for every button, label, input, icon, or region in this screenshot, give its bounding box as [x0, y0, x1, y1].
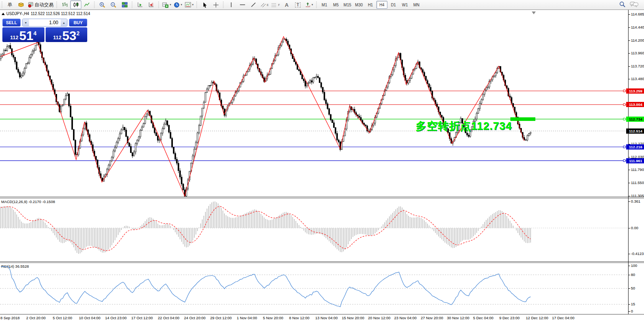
sell-price-big: 51 — [19, 30, 34, 42]
volume-increase-button[interactable]: ▲ — [61, 19, 67, 26]
price-axis-tick-label: 114.200 — [631, 38, 644, 42]
market-watch-button[interactable] — [15, 0, 27, 9]
candlestick-chart-button[interactable] — [70, 0, 81, 9]
chart-shift-marker[interactable] — [532, 12, 536, 14]
crosshair-button[interactable] — [210, 0, 221, 9]
macd-axis-tick-label: 0.361 — [631, 199, 640, 203]
toolbar-grip[interactable] — [196, 2, 198, 8]
price-axis-tick — [629, 79, 630, 79]
dropdown-caret-icon: ▾ — [181, 3, 182, 6]
clock-icon — [174, 2, 180, 8]
time-axis-label: 30 Nov 12:00 — [447, 316, 470, 320]
price-axis-tick-label: 113.720 — [631, 64, 644, 68]
time-axis-label: 24 Oct 20:00 — [184, 316, 205, 320]
text-tool-button[interactable]: A — [281, 0, 292, 9]
timeframe-button-m1[interactable]: M1 — [319, 1, 330, 9]
time-axis[interactable]: 8 Sep 20182 Oct 20:005 Oct 12:0010 Oct 0… — [0, 314, 644, 322]
text-label-tool-button[interactable]: T — [292, 0, 303, 9]
trendline-tool-button[interactable] — [248, 0, 259, 9]
volume-value[interactable]: 1.00 — [29, 19, 61, 26]
time-axis-label: 5 Oct 12:00 — [53, 316, 72, 320]
zigzag-line[interactable] — [1, 36, 524, 196]
buy-price-display[interactable]: 112 53 2 — [46, 27, 88, 42]
timeframe-button-w1[interactable]: W1 — [399, 1, 410, 9]
buy-button[interactable]: BUY — [69, 19, 87, 27]
add-indicator-icon — [162, 2, 169, 8]
indicators-button[interactable]: ▾ — [161, 0, 172, 9]
bar-chart-button[interactable] — [59, 0, 70, 9]
tile-windows-icon — [122, 2, 128, 8]
price-axis-tick-label: 111.790 — [631, 167, 644, 172]
price-axis-tick — [629, 27, 630, 28]
price-axis-tick — [629, 157, 630, 157]
template-icon — [185, 2, 191, 8]
sell-button[interactable]: SELL — [2, 19, 21, 27]
level-anchor-handle[interactable] — [623, 104, 625, 105]
rsi-axis-tick — [629, 275, 630, 275]
level-anchor-handle[interactable] — [623, 146, 625, 148]
volume-decrease-button[interactable]: ▼ — [23, 19, 29, 26]
level-anchor-handle[interactable] — [623, 90, 625, 92]
fibo-suffix-label: F — [278, 4, 280, 6]
timeframe-button-mn[interactable]: MN — [411, 1, 422, 9]
chat-icon[interactable] — [630, 1, 638, 8]
timeframe-button-m5[interactable]: M5 — [330, 1, 341, 9]
toolbar-grip[interactable] — [1, 2, 3, 8]
templates-button[interactable]: ▾ — [184, 0, 195, 9]
rsi-axis-tick — [629, 304, 630, 305]
macd-axis-tick-label: 0.00 — [631, 226, 638, 230]
toolbar-grip[interactable] — [316, 2, 318, 8]
timeframe-button-m15[interactable]: M15 — [342, 1, 353, 9]
price-axis-tick-label: 114.685 — [631, 12, 644, 16]
cursor-button[interactable] — [199, 0, 210, 9]
buy-price-big: 53 — [62, 30, 77, 42]
price-axis[interactable]: 114.685114.440114.200113.960113.720113.4… — [628, 10, 644, 314]
vertical-line-tool-button[interactable] — [226, 0, 237, 9]
tile-windows-button[interactable] — [119, 0, 130, 9]
horizontal-line-tool-button[interactable] — [237, 0, 248, 9]
periods-button[interactable]: ▾ — [172, 0, 184, 9]
auto-scroll-button[interactable] — [134, 0, 146, 9]
main-price-chart[interactable] — [0, 10, 628, 197]
chart-shift-icon — [148, 2, 154, 8]
line-chart-button[interactable] — [81, 0, 92, 9]
autotrading-icon — [28, 2, 34, 8]
green-highlight-segment[interactable] — [510, 117, 535, 121]
arrows-tool-button[interactable]: ▾ — [303, 0, 314, 9]
zoom-in-button[interactable] — [97, 0, 108, 9]
sell-price-display[interactable]: 112 51 4 — [2, 27, 44, 42]
macd-panel[interactable] — [0, 198, 628, 262]
level-anchor-handle[interactable] — [623, 118, 625, 120]
new-order-button[interactable]: 单 — [4, 0, 15, 9]
zoom-out-button[interactable] — [108, 0, 119, 9]
toolbar-grip[interactable] — [56, 2, 58, 8]
timeframe-button-h1[interactable]: H1 — [365, 1, 376, 9]
price-level-label-112.514: 112.514 — [626, 128, 644, 134]
level-anchor-handle[interactable] — [623, 160, 625, 162]
chart-shift-button[interactable] — [146, 0, 157, 9]
toolbar-grip[interactable] — [222, 2, 224, 8]
time-axis-label: 5 Dec 04:00 — [473, 316, 493, 320]
autotrading-button[interactable]: 自动交易 — [27, 0, 55, 9]
time-axis-label: 15 Nov 20:00 — [342, 316, 364, 320]
auto-scroll-icon — [137, 2, 143, 8]
toolbar-grip[interactable] — [158, 2, 160, 8]
timeframe-button-d1[interactable]: D1 — [388, 1, 399, 9]
crosshair-icon — [213, 2, 219, 8]
one-click-trading-panel: SELL ▼ 1.00 ▲ BUY 112 51 4 112 53 2 — [2, 19, 87, 42]
timeframe-button-m30[interactable]: M30 — [353, 1, 364, 9]
price-axis-tick — [629, 40, 630, 41]
search-icon[interactable] — [619, 1, 626, 8]
fibonacci-tool-button[interactable]: F — [270, 0, 281, 9]
price-axis-tick-label: 113.480 — [631, 77, 644, 81]
time-axis-label: 9 Dec 23:00 — [499, 316, 519, 320]
toolbar-grip[interactable] — [94, 2, 96, 8]
rsi-panel[interactable] — [0, 263, 628, 314]
time-axis-label: 23 Nov 04:00 — [394, 316, 417, 320]
timeframe-button-h4[interactable]: H4 — [376, 1, 387, 9]
price-axis-tick-label: 111.305 — [631, 194, 644, 198]
toolbar-grip[interactable] — [131, 2, 133, 8]
rsi-axis-tick — [629, 311, 630, 312]
time-axis-label: 13 Nov 04:00 — [315, 316, 338, 320]
equidistant-channel-tool-button[interactable]: E — [259, 0, 270, 9]
